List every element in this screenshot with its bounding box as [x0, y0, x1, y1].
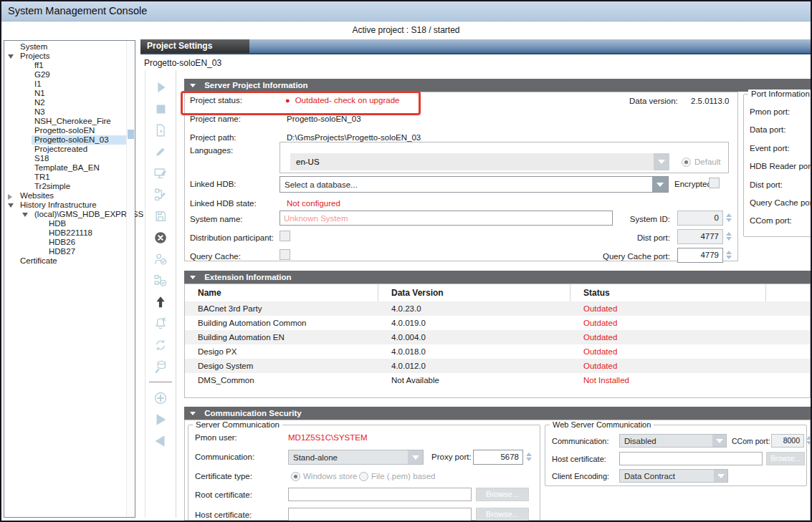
tree-item-hdb26[interactable]: HDB26 — [4, 238, 126, 247]
tree-item-label: ff1 — [4, 61, 44, 70]
file-pem-radio[interactable] — [359, 472, 368, 481]
extension-row-bacnet-3rd-party[interactable]: BACnet 3rd Party4.0.23.0Outdated — [185, 301, 810, 316]
query-cache-checkbox[interactable] — [280, 249, 290, 260]
host-certificate-input[interactable] — [288, 508, 472, 521]
tree-item-s18[interactable]: S18 — [4, 154, 126, 163]
tree-item-certificate[interactable]: Certificate — [4, 256, 126, 266]
section-header-communication-security[interactable]: Communication Security — [184, 407, 811, 420]
tree-collapse-icon[interactable] — [8, 54, 14, 59]
tree-item-hdb[interactable]: HDB — [4, 219, 126, 228]
root-certificate-browse-button[interactable]: Browse... — [476, 488, 529, 501]
client-encoding-dropdown-button[interactable] — [714, 470, 727, 482]
tree-item-tr1[interactable]: TR1 — [4, 173, 126, 182]
communication-combobox[interactable]: Stand-alone — [288, 450, 424, 465]
document-edit-button[interactable] — [151, 122, 170, 138]
default-language-radio[interactable] — [682, 158, 691, 167]
tree-collapse-icon[interactable] — [8, 203, 14, 208]
alarm-disable-button[interactable] — [151, 315, 170, 332]
user-check-button[interactable] — [151, 251, 170, 267]
tree-scrollbar[interactable] — [126, 41, 135, 517]
root-certificate-input[interactable] — [288, 488, 472, 501]
client-encoding-combobox[interactable]: Data Contract — [619, 469, 728, 483]
forward-button[interactable] — [151, 411, 170, 427]
web-host-certificate-input[interactable] — [619, 452, 763, 465]
tree-item-hdb27[interactable]: HDB27 — [4, 247, 126, 256]
tree-item-n2[interactable]: N2 — [4, 98, 126, 107]
tree-item-template-ba-en[interactable]: Template_BA_EN — [4, 163, 126, 173]
languages-listbox[interactable]: en-US Default — [280, 142, 729, 173]
distribution-participant-checkbox[interactable] — [280, 231, 290, 241]
port-label-query-cache-port: Query Cache port: — [744, 194, 812, 212]
tree-item-tr2simple[interactable]: Tr2simple — [4, 182, 126, 191]
web-host-certificate-browse-button[interactable]: Browse... — [766, 452, 805, 465]
proxy-port-input[interactable]: 5678 — [473, 450, 523, 465]
linked-hdb-dropdown-button[interactable] — [652, 177, 668, 192]
communication-dropdown-button[interactable] — [408, 450, 423, 464]
extension-row-building-automation-common[interactable]: Building Automation Common4.0.019.0Outda… — [185, 316, 810, 330]
chevron-down-icon — [717, 474, 725, 478]
query-cache-port-input[interactable]: 4779 — [677, 248, 723, 263]
monitor-edit-button[interactable] — [151, 165, 170, 181]
tree-item-progetto-soloen-03[interactable]: Progetto-soloEN_03 — [4, 135, 126, 145]
windows-store-label: Windows store — [303, 472, 357, 480]
tree-scrollbar-thumb[interactable] — [128, 130, 134, 139]
tree-collapse-icon[interactable] — [22, 213, 28, 217]
tree-item-progetto-soloen[interactable]: Progetto-soloEN — [4, 126, 126, 135]
system-name-input[interactable] — [280, 211, 613, 226]
proxy-port-spinner[interactable] — [525, 450, 532, 464]
tree-item-projectcreated[interactable]: Projectcreated — [4, 145, 126, 154]
database-restore-icon — [153, 359, 168, 374]
linked-hdb-combobox[interactable]: Select a database... — [280, 176, 669, 193]
section-header-extension-information[interactable]: Extension Information — [184, 271, 811, 284]
tab-project-settings[interactable]: Project Settings — [140, 39, 249, 53]
tree-item-g29[interactable]: G29 — [4, 70, 126, 79]
add-button[interactable] — [151, 390, 170, 406]
save-button[interactable] — [151, 208, 170, 224]
extension-row-desigo-px[interactable]: Desigo PX4.0.018.0Outdated — [185, 344, 810, 359]
dist-port-spinner[interactable] — [725, 229, 732, 243]
tree-item-i1[interactable]: I1 — [4, 79, 126, 89]
tree-item-system[interactable]: System — [4, 42, 126, 52]
tree-expand-icon[interactable] — [8, 194, 12, 200]
tree-item-local-gms-hdb-express[interactable]: (local)\GMS_HDB_EXPRESS — [4, 210, 126, 219]
forward-icon — [153, 412, 168, 427]
back-button[interactable] — [151, 432, 170, 449]
edit-button[interactable] — [151, 143, 170, 160]
ccom-port-input[interactable]: 8000 — [771, 434, 804, 448]
dist-port-input[interactable]: 4777 — [677, 229, 723, 244]
start-button[interactable] — [151, 79, 170, 95]
ccom-port-spinner[interactable] — [805, 433, 812, 448]
section-header-server-project-information[interactable]: Server Project Information — [184, 79, 811, 92]
network-edit-icon — [153, 187, 168, 203]
network-edit-button[interactable] — [151, 186, 170, 203]
tree-item-nsh-cherokee-fire[interactable]: NSH_Cherokee_Fire — [4, 117, 126, 126]
web-communication-dropdown-button[interactable] — [712, 435, 726, 447]
tree-item-ff1[interactable]: ff1 — [4, 61, 126, 70]
tree-item-websites[interactable]: Websites — [4, 191, 126, 200]
extension-row-dms-common[interactable]: DMS_CommonNot AvailableNot Installed — [185, 373, 810, 387]
tree-item-projects[interactable]: Projects — [4, 52, 126, 61]
system-id-input[interactable]: 0 — [677, 211, 723, 226]
windows-store-radio[interactable] — [291, 472, 300, 481]
tree-item-hdb221118[interactable]: HDB221118 — [4, 228, 126, 238]
tree-item-n1[interactable]: N1 — [4, 89, 126, 98]
query-cache-port-spinner[interactable] — [725, 248, 732, 262]
languages-dropdown-button[interactable] — [654, 153, 669, 170]
extension-row-building-automation-en[interactable]: Building Automation EN4.0.004.0Outdated — [185, 330, 810, 344]
cell-status: Outdated — [570, 301, 766, 316]
monitor-refresh-button[interactable] — [151, 337, 170, 353]
encrypted-checkbox[interactable] — [709, 178, 720, 188]
tree-item-label: TR1 — [4, 173, 50, 182]
close-button[interactable] — [151, 229, 170, 246]
web-communication-combobox[interactable]: Disabled — [619, 434, 727, 448]
database-restore-button[interactable] — [151, 358, 170, 374]
language-item-selected[interactable]: en-US — [290, 153, 654, 170]
extension-row-desigo-system[interactable]: Desigo System4.0.012.0Outdated — [185, 359, 810, 373]
tree-item-history-infrastructure[interactable]: History Infrastructure — [4, 200, 126, 210]
arrow-up-button[interactable] — [151, 294, 170, 310]
system-id-spinner[interactable] — [725, 211, 732, 225]
stop-button[interactable] — [151, 100, 170, 117]
network-check-button[interactable] — [151, 272, 170, 289]
tree-item-n3[interactable]: N3 — [4, 107, 126, 117]
host-certificate-browse-button[interactable]: Browse... — [476, 508, 529, 521]
